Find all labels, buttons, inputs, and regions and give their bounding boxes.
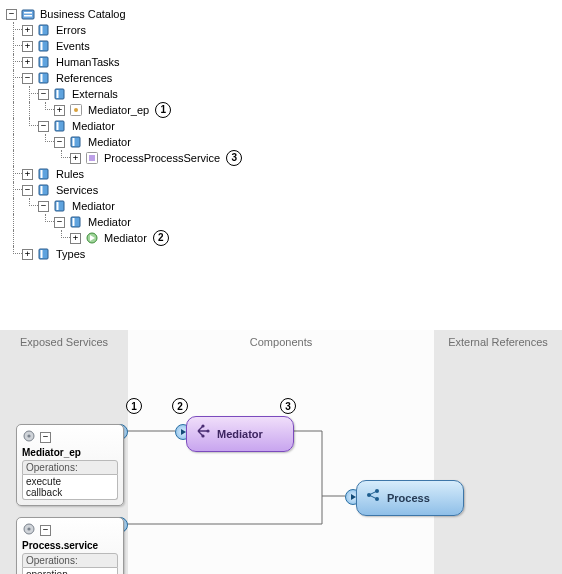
- toggle-icon[interactable]: [70, 153, 81, 164]
- tree-node-ref-mediator-sub[interactable]: Mediator: [6, 134, 556, 150]
- book-icon: [68, 214, 84, 230]
- operation-item: callback: [26, 487, 114, 498]
- process-icon: [365, 487, 381, 505]
- book-icon: [52, 118, 68, 134]
- tree-node-externals[interactable]: Externals: [6, 86, 556, 102]
- svg-rect-8: [41, 58, 43, 66]
- catalog-icon: [20, 6, 36, 22]
- toggle-icon[interactable]: [38, 89, 49, 100]
- tree-node-ref-mediator[interactable]: Mediator: [6, 118, 556, 134]
- svg-point-36: [27, 527, 30, 530]
- toggle-icon[interactable]: [22, 249, 33, 260]
- tree-label: Mediator: [70, 198, 117, 214]
- annotation-badge-3: 3: [280, 398, 296, 414]
- tree-node-svc-mediator[interactable]: Mediator: [6, 198, 556, 214]
- tree-node-processprocessservice[interactable]: ProcessProcessService 3: [6, 150, 556, 166]
- tree-label: References: [54, 70, 114, 86]
- tree-node-services[interactable]: Services: [6, 182, 556, 198]
- tree-node-events[interactable]: Events: [6, 38, 556, 54]
- operations-list: execute callback: [22, 475, 118, 500]
- svg-point-34: [27, 434, 30, 437]
- tree-node-svc-mediator-leaf[interactable]: Mediator 2: [6, 230, 556, 246]
- svg-rect-3: [39, 25, 48, 35]
- annotation-badge-3: 3: [226, 150, 242, 166]
- svg-rect-4: [41, 26, 43, 34]
- collapse-icon[interactable]: −: [40, 525, 51, 536]
- catalog-tree: Business Catalog Errors Events HumanTask…: [6, 6, 556, 262]
- svg-point-37: [206, 429, 209, 432]
- operations-list: operation operationCallback: [22, 568, 118, 574]
- book-icon: [36, 70, 52, 86]
- book-icon: [36, 166, 52, 182]
- tree-label: Types: [54, 246, 87, 262]
- gear-icon: [22, 522, 36, 538]
- tree-label: Rules: [54, 166, 86, 182]
- svg-rect-10: [41, 74, 43, 82]
- book-icon: [36, 54, 52, 70]
- svg-rect-28: [73, 218, 75, 226]
- toggle-icon[interactable]: [22, 25, 33, 36]
- toggle-icon[interactable]: [54, 105, 65, 116]
- tree-label: Events: [54, 38, 92, 54]
- toggle-icon[interactable]: [54, 217, 65, 228]
- svg-rect-22: [41, 170, 43, 178]
- toggle-icon[interactable]: [70, 233, 81, 244]
- service-card-mediator-ep[interactable]: − Mediator_ep Operations: execute callba…: [16, 424, 124, 506]
- toggle-icon[interactable]: [54, 137, 65, 148]
- svg-rect-21: [39, 169, 48, 179]
- svg-rect-0: [22, 10, 34, 19]
- tree-node-humantasks[interactable]: HumanTasks: [6, 54, 556, 70]
- gear-icon: [22, 429, 36, 445]
- svg-rect-7: [39, 57, 48, 67]
- toggle-icon[interactable]: [22, 185, 33, 196]
- svg-rect-25: [55, 201, 64, 211]
- svg-rect-6: [41, 42, 43, 50]
- toggle-icon[interactable]: [22, 73, 33, 84]
- svg-rect-26: [57, 202, 59, 210]
- toggle-icon[interactable]: [38, 201, 49, 212]
- lane-external-references: External References: [434, 330, 562, 574]
- svg-rect-24: [41, 186, 43, 194]
- book-icon: [36, 22, 52, 38]
- toggle-icon[interactable]: [22, 169, 33, 180]
- service-title: Process.service: [22, 540, 118, 551]
- component-process[interactable]: Process: [356, 480, 464, 516]
- tree-label: Mediator: [102, 230, 149, 246]
- svg-rect-12: [57, 90, 59, 98]
- mediator-service-icon: [84, 230, 100, 246]
- svg-rect-11: [55, 89, 64, 99]
- annotation-badge-1: 1: [126, 398, 142, 414]
- svg-rect-20: [89, 155, 95, 161]
- svg-rect-5: [39, 41, 48, 51]
- reference-icon: [84, 150, 100, 166]
- collapse-icon[interactable]: −: [40, 432, 51, 443]
- tree-node-root[interactable]: Business Catalog: [6, 6, 556, 22]
- tree-node-errors[interactable]: Errors: [6, 22, 556, 38]
- toggle-icon[interactable]: [22, 41, 33, 52]
- operation-item: operation: [26, 569, 114, 574]
- service-card-process-service[interactable]: − Process.service Operations: operation …: [16, 517, 124, 574]
- tree-label: Mediator: [86, 134, 133, 150]
- svg-point-39: [201, 434, 204, 437]
- book-icon: [68, 134, 84, 150]
- svg-rect-1: [24, 12, 32, 14]
- tree-node-references[interactable]: References: [6, 70, 556, 86]
- tree-label: Mediator: [86, 214, 133, 230]
- book-icon: [36, 38, 52, 54]
- component-label: Process: [387, 492, 430, 504]
- tree-label: Mediator: [70, 118, 117, 134]
- svg-rect-23: [39, 185, 48, 195]
- svg-rect-17: [71, 137, 80, 147]
- svg-rect-2: [24, 15, 32, 17]
- svg-point-38: [201, 424, 204, 427]
- component-mediator[interactable]: Mediator: [186, 416, 294, 452]
- tree-node-svc-mediator-sub[interactable]: Mediator: [6, 214, 556, 230]
- toggle-icon[interactable]: [6, 9, 17, 20]
- tree-node-types[interactable]: Types: [6, 246, 556, 262]
- tree-node-rules[interactable]: Rules: [6, 166, 556, 182]
- toggle-icon[interactable]: [22, 57, 33, 68]
- tree-node-mediator-ep[interactable]: Mediator_ep 1: [6, 102, 556, 118]
- component-label: Mediator: [217, 428, 263, 440]
- book-icon: [52, 86, 68, 102]
- toggle-icon[interactable]: [38, 121, 49, 132]
